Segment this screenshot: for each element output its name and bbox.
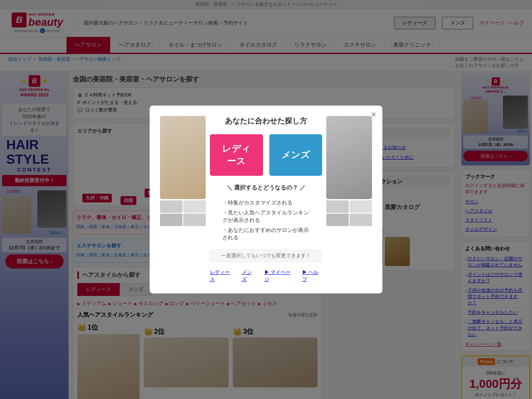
modal-thumb-3 [160, 214, 182, 226]
modal-layout: あなたに合わせた探し方 レディース メンズ ＼ 選択するとどうなるの？ ／ 特集… [160, 116, 372, 283]
modal-title: あなたに合わせた探し方 [210, 116, 322, 126]
modal-thumb-2 [183, 200, 206, 213]
modal-subtitle: ＼ 選択するとどうなるの？ ／ [210, 184, 322, 192]
modal: × あなたに合わせた探し方 レディース メンズ [150, 106, 382, 293]
modal-ladies-button[interactable]: レディース [210, 134, 263, 176]
modal-person-right-photo [326, 116, 372, 199]
modal-person-left-photo [160, 116, 206, 199]
modal-thumb-7 [326, 214, 349, 226]
modal-feature-1: 特集がカスタマイズされる [222, 198, 310, 208]
modal-link-mens[interactable]: メンズ [242, 269, 256, 283]
modal-features-list: 特集がカスタマイズされる 見たい人気ヘアスタイルランキングが表示される あなたに… [210, 198, 322, 243]
modal-note: 一度選択してもいつでも変更できます！ [210, 249, 322, 263]
modal-feature-3: あなたにおすすめのサロンが表示される [222, 225, 310, 243]
modal-feature-2: 見たい人気ヘアスタイルランキングが表示される [222, 208, 310, 225]
modal-thumb-8 [350, 214, 372, 226]
modal-thumb-1 [160, 200, 182, 213]
modal-gender-buttons: レディース メンズ [210, 134, 322, 176]
modal-mens-button[interactable]: メンズ [269, 134, 323, 176]
modal-link-ladies[interactable]: レディース [210, 269, 234, 283]
modal-right-person [326, 116, 372, 226]
modal-link-mypage[interactable]: ▶ マイページ [264, 269, 294, 283]
modal-thumb-5 [326, 200, 349, 213]
modal-thumb-6 [350, 200, 372, 213]
modal-overlay[interactable]: × あなたに合わせた探し方 レディース メンズ [0, 0, 532, 399]
modal-center: あなたに合わせた探し方 レディース メンズ ＼ 選択するとどうなるの？ ／ 特集… [210, 116, 322, 283]
modal-link-help[interactable]: ▶ ヘルプ [302, 269, 322, 283]
modal-left-person [160, 116, 206, 226]
modal-thumbnails-left [160, 200, 206, 226]
modal-thumb-4 [183, 214, 206, 226]
modal-thumbnails-right [326, 200, 372, 226]
modal-footer-links: レディース メンズ ▶ マイページ ▶ ヘルプ [210, 269, 322, 283]
modal-close-button[interactable]: × [371, 110, 376, 119]
